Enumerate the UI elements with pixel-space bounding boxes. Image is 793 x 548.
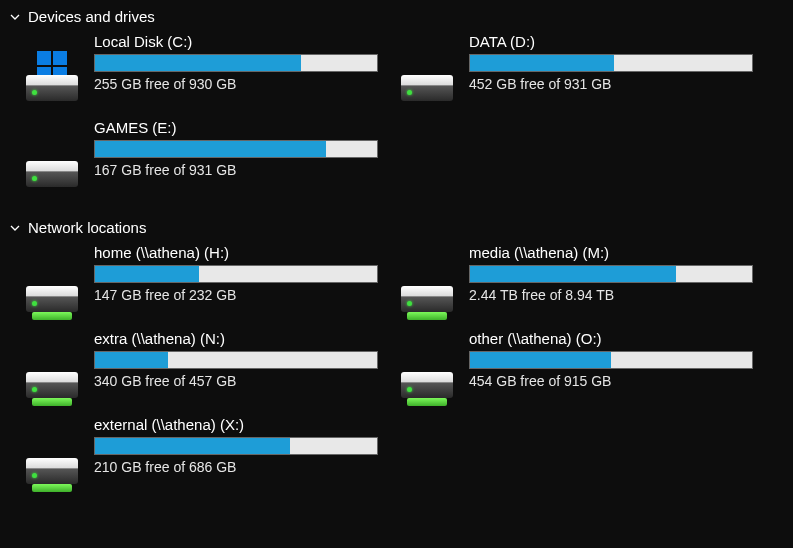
usage-bar bbox=[94, 140, 378, 158]
usage-bar bbox=[94, 265, 378, 283]
chevron-down-icon bbox=[8, 221, 22, 235]
usage-bar-fill bbox=[470, 266, 676, 282]
drive-icon bbox=[399, 53, 455, 109]
drive-name: external (\\athena) (X:) bbox=[94, 416, 389, 433]
section-header[interactable]: Network locations bbox=[0, 211, 793, 242]
drive-body: external (\\athena) (X:) 210 GB free of … bbox=[94, 416, 399, 475]
section-title: Devices and drives bbox=[28, 8, 155, 25]
drive-item[interactable]: DATA (D:) 452 GB free of 931 GB bbox=[399, 33, 774, 109]
drive-item[interactable]: external (\\athena) (X:) 210 GB free of … bbox=[24, 416, 399, 492]
usage-bar-fill bbox=[470, 352, 611, 368]
usage-bar-fill bbox=[470, 55, 614, 71]
drive-name: media (\\athena) (M:) bbox=[469, 244, 764, 261]
drive-free-text: 255 GB free of 930 GB bbox=[94, 76, 389, 92]
drive-body: other (\\athena) (O:) 454 GB free of 915… bbox=[469, 330, 774, 389]
drive-name: other (\\athena) (O:) bbox=[469, 330, 764, 347]
usage-bar-fill bbox=[95, 141, 326, 157]
drive-name: home (\\athena) (H:) bbox=[94, 244, 389, 261]
drive-icon bbox=[24, 139, 80, 195]
drive-body: Local Disk (C:) 255 GB free of 930 GB bbox=[94, 33, 399, 92]
drive-item[interactable]: GAMES (E:) 167 GB free of 931 GB bbox=[24, 119, 399, 195]
drive-free-text: 454 GB free of 915 GB bbox=[469, 373, 764, 389]
drive-body: DATA (D:) 452 GB free of 931 GB bbox=[469, 33, 774, 92]
drive-icon bbox=[24, 350, 80, 406]
drive-name: Local Disk (C:) bbox=[94, 33, 389, 50]
usage-bar bbox=[94, 54, 378, 72]
drive-body: home (\\athena) (H:) 147 GB free of 232 … bbox=[94, 244, 399, 303]
drive-item[interactable]: other (\\athena) (O:) 454 GB free of 915… bbox=[399, 330, 774, 406]
drive-icon bbox=[399, 350, 455, 406]
drive-name: GAMES (E:) bbox=[94, 119, 389, 136]
usage-bar-fill bbox=[95, 55, 301, 71]
usage-bar bbox=[94, 351, 378, 369]
drive-free-text: 210 GB free of 686 GB bbox=[94, 459, 389, 475]
usage-bar-fill bbox=[95, 352, 168, 368]
section-header[interactable]: Devices and drives bbox=[0, 0, 793, 31]
drive-body: GAMES (E:) 167 GB free of 931 GB bbox=[94, 119, 399, 178]
drive-free-text: 340 GB free of 457 GB bbox=[94, 373, 389, 389]
chevron-down-icon bbox=[8, 10, 22, 24]
drives-grid: home (\\athena) (H:) 147 GB free of 232 … bbox=[0, 242, 793, 508]
drive-icon bbox=[24, 264, 80, 320]
usage-bar bbox=[94, 437, 378, 455]
drive-free-text: 167 GB free of 931 GB bbox=[94, 162, 389, 178]
usage-bar bbox=[469, 351, 753, 369]
section-title: Network locations bbox=[28, 219, 146, 236]
drives-grid: Local Disk (C:) 255 GB free of 930 GB DA… bbox=[0, 31, 793, 211]
drive-name: DATA (D:) bbox=[469, 33, 764, 50]
drive-icon bbox=[24, 53, 80, 109]
drive-name: extra (\\athena) (N:) bbox=[94, 330, 389, 347]
drive-item[interactable]: Local Disk (C:) 255 GB free of 930 GB bbox=[24, 33, 399, 109]
drive-item[interactable]: media (\\athena) (M:) 2.44 TB free of 8.… bbox=[399, 244, 774, 320]
drive-free-text: 452 GB free of 931 GB bbox=[469, 76, 764, 92]
drive-item[interactable]: home (\\athena) (H:) 147 GB free of 232 … bbox=[24, 244, 399, 320]
usage-bar bbox=[469, 265, 753, 283]
usage-bar bbox=[469, 54, 753, 72]
drive-body: media (\\athena) (M:) 2.44 TB free of 8.… bbox=[469, 244, 774, 303]
usage-bar-fill bbox=[95, 438, 290, 454]
drive-free-text: 2.44 TB free of 8.94 TB bbox=[469, 287, 764, 303]
usage-bar-fill bbox=[95, 266, 199, 282]
drive-icon bbox=[24, 436, 80, 492]
drive-free-text: 147 GB free of 232 GB bbox=[94, 287, 389, 303]
drive-body: extra (\\athena) (N:) 340 GB free of 457… bbox=[94, 330, 399, 389]
drive-icon bbox=[399, 264, 455, 320]
drive-item[interactable]: extra (\\athena) (N:) 340 GB free of 457… bbox=[24, 330, 399, 406]
